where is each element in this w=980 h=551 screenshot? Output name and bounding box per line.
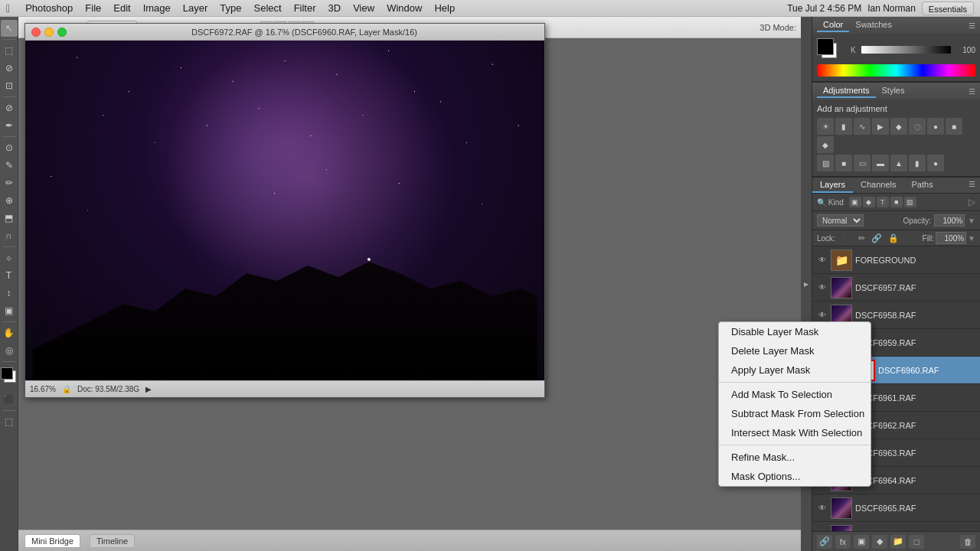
link-layers-button[interactable]: 🔗 [817, 535, 832, 549]
menu-help[interactable]: Help [428, 0, 461, 17]
tab-color[interactable]: Color [817, 18, 849, 32]
menu-file[interactable]: File [79, 0, 107, 17]
k-slider[interactable] [861, 46, 951, 54]
tab-layers[interactable]: Layers [812, 178, 853, 193]
menu-select[interactable]: Select [248, 0, 288, 17]
adj-posterize[interactable]: ▬ [872, 155, 889, 171]
adj-curves[interactable]: ∿ [854, 118, 871, 135]
adj-colorlookup[interactable]: ■ [835, 155, 852, 171]
delete-layer-button[interactable]: 🗑 [960, 535, 975, 549]
layer-visibility-2[interactable]: 👁 [817, 282, 828, 293]
filter-shape[interactable]: ■ [890, 197, 903, 207]
ctx-item-subtract_from_selection[interactable]: Subtract Mask From Selection [719, 404, 871, 423]
tool-marquee[interactable]: ⬚ [1, 42, 18, 59]
adj-channelmixer[interactable]: ▧ [817, 155, 834, 171]
adjustments-panel-header[interactable]: Adjustments Styles ☰ [812, 83, 980, 99]
adj-brightness[interactable]: ☀ [817, 118, 834, 135]
filter-toggle[interactable]: ▷ [969, 197, 975, 207]
adj-colorbalance[interactable]: ● [927, 118, 944, 135]
tool-eraser[interactable]: ⊕ [1, 192, 18, 209]
layer-item-10[interactable]: 👁DSCF6965.RAF [812, 494, 980, 522]
adj-hsl[interactable]: ◌ [909, 118, 926, 135]
fill-input[interactable] [936, 232, 966, 244]
opacity-input[interactable] [934, 214, 965, 227]
layer-visibility-3[interactable]: 👁 [817, 310, 828, 321]
adj-bw[interactable]: ■ [946, 118, 962, 135]
tool-screen-mode[interactable]: ⬚ [1, 413, 18, 430]
menu-window[interactable]: Window [381, 0, 428, 17]
tool-pen[interactable]: ⟐ [1, 249, 18, 266]
create-layer-button[interactable]: □ [909, 535, 924, 549]
tool-move[interactable]: ↖ [1, 20, 18, 37]
adj-invert[interactable]: ▭ [854, 155, 871, 171]
tool-brush[interactable]: ✎ [1, 157, 18, 174]
menu-type[interactable]: Type [214, 0, 247, 17]
tool-lasso[interactable]: ⊘ [1, 60, 18, 77]
menu-view[interactable]: View [347, 0, 381, 17]
filter-pixel[interactable]: ▣ [849, 197, 861, 207]
opacity-arrow[interactable]: ▼ [968, 217, 975, 225]
layer-item-1[interactable]: 👁📁FOREGROUND [812, 246, 980, 274]
color-panel-menu-icon[interactable]: ☰ [969, 21, 975, 30]
tool-zoom[interactable]: ◎ [1, 342, 18, 359]
nav-arrow[interactable]: ▶ [145, 385, 152, 393]
adj-selectivecolor[interactable]: ● [927, 155, 944, 171]
tool-dodge[interactable]: ∩ [1, 227, 18, 244]
filter-smart[interactable]: ▧ [904, 197, 916, 207]
tool-gradient[interactable]: ⬒ [1, 210, 18, 227]
tab-paths[interactable]: Paths [904, 178, 941, 193]
adj-photofilter[interactable]: ◆ [817, 136, 834, 153]
canvas-content[interactable] [25, 41, 544, 380]
color-spectrum-bar[interactable] [817, 64, 975, 77]
lock-all-icon[interactable]: 🔒 [888, 233, 899, 243]
window-maximize-button[interactable] [57, 28, 67, 37]
ctx-item-mask_options[interactable]: Mask Options... [719, 467, 871, 486]
add-layer-mask-button[interactable]: ▣ [854, 535, 869, 549]
adj-gradientmap[interactable]: ▮ [909, 155, 926, 171]
menu-edit[interactable]: Edit [107, 0, 136, 17]
tool-heal[interactable]: ⊙ [1, 139, 18, 156]
create-fill-layer-button[interactable]: ◆ [872, 535, 887, 549]
tab-swatches[interactable]: Swatches [849, 18, 898, 32]
menu-image[interactable]: Image [137, 0, 177, 17]
ctx-item-add_to_selection[interactable]: Add Mask To Selection [719, 385, 871, 404]
apple-logo-icon[interactable]:  [6, 2, 10, 15]
tool-crop[interactable]: ⊘ [1, 99, 18, 116]
add-layer-style-button[interactable]: fx [835, 535, 851, 549]
ctx-item-refine_mask[interactable]: Refine Mask... [719, 448, 871, 467]
adj-threshold[interactable]: ▲ [890, 155, 907, 171]
adj-vibrance[interactable]: ◆ [890, 118, 907, 135]
ctx-item-disable_mask[interactable]: Disable Layer Mask [719, 322, 871, 341]
tab-channels[interactable]: Channels [853, 178, 903, 193]
tab-styles[interactable]: Styles [876, 84, 911, 98]
tool-wand[interactable]: ⊡ [1, 77, 18, 94]
lock-position-icon[interactable]: 🔗 [871, 233, 882, 243]
tab-mini-bridge[interactable]: Mini Bridge [24, 534, 80, 548]
tool-clone[interactable]: ✏ [1, 174, 18, 191]
foreground-color[interactable] [1, 367, 13, 380]
lock-transparent-icon[interactable]: ◾ [841, 233, 852, 243]
ctx-item-delete_mask[interactable]: Delete Layer Mask [719, 341, 871, 360]
workspace-selector[interactable]: Essentials [922, 2, 974, 15]
tool-type[interactable]: T [1, 267, 18, 284]
tool-path[interactable]: ↕ [1, 285, 18, 302]
layer-visibility-1[interactable]: 👁 [817, 255, 828, 266]
ctx-item-apply_mask[interactable]: Apply Layer Mask [719, 360, 871, 380]
adj-exposure[interactable]: ▶ [872, 118, 889, 135]
create-group-button[interactable]: 📁 [890, 535, 906, 549]
filter-adjust[interactable]: ◆ [863, 197, 875, 207]
blend-mode-select[interactable]: Normal Multiply Screen Overlay [817, 214, 864, 227]
layer-visibility-10[interactable]: 👁 [817, 503, 828, 514]
layer-item-11[interactable]: 👁DSCF6966.RAF [812, 522, 980, 531]
menu-photoshop[interactable]: Photoshop [19, 0, 79, 17]
tool-quickmask[interactable]: ⬛ [1, 391, 18, 408]
adjustments-panel-menu-icon[interactable]: ☰ [969, 87, 975, 96]
lock-image-icon[interactable]: ✏ [858, 233, 865, 243]
menu-layer[interactable]: Layer [177, 0, 214, 17]
tab-timeline[interactable]: Timeline [90, 534, 135, 548]
tab-adjustments[interactable]: Adjustments [817, 84, 876, 98]
filter-type[interactable]: T [877, 197, 889, 207]
tool-eyedropper[interactable]: ✒ [1, 117, 18, 134]
adj-levels[interactable]: ▮ [835, 118, 852, 135]
layers-panel-menu-icon[interactable]: ☰ [964, 178, 980, 193]
